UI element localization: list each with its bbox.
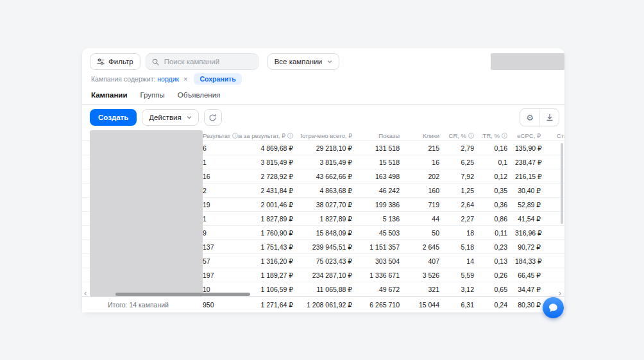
cell-cost_per_result: 3 815,49 ₽	[238, 159, 301, 166]
tab-groups[interactable]: Группы	[140, 87, 165, 104]
info-icon[interactable]: i	[468, 133, 474, 139]
cell-cr: 18	[447, 229, 482, 237]
remove-filter-icon[interactable]: ×	[183, 75, 187, 83]
cell-cr: 14	[447, 257, 482, 265]
chevron-down-icon	[187, 115, 192, 120]
cell-ecpc: 216,15 ₽	[515, 173, 548, 180]
cell-cost_per_result: 1 106,59 ₽	[238, 286, 301, 293]
cell-cr: 2,64	[447, 201, 482, 209]
chat-bubble-icon	[548, 302, 559, 313]
tab-campaigns[interactable]: Кампании	[91, 87, 128, 104]
cell-spent_total: 234 287,10 ₽	[301, 271, 360, 279]
sliders-icon	[97, 58, 105, 65]
column-header-cost_per_result[interactable]: Цена за результат, ₽i	[238, 132, 301, 139]
cell-ctr: 0,16	[482, 144, 515, 152]
download-icon	[546, 114, 554, 121]
cell-cost_per_result: 4 869,68 ₽	[238, 144, 301, 152]
cell-ecpc: 66,45 ₽	[515, 271, 548, 279]
column-header-label: CTR, %	[482, 132, 500, 139]
cell-impressions: 46 242	[360, 187, 407, 194]
actions-dropdown-label: Действия	[149, 114, 181, 121]
column-header-label: Показы	[378, 132, 400, 139]
filter-chip-prefix: Кампания содержит:	[91, 75, 155, 83]
column-header-ecpc[interactable]: eCPC, ₽	[515, 132, 548, 139]
refresh-button[interactable]	[204, 109, 222, 126]
search-box	[146, 53, 258, 70]
cell-cr: 6,25	[447, 159, 482, 166]
filter-button-label: Фильтр	[108, 58, 133, 65]
cell-ctr: 0,35	[482, 187, 515, 194]
toolbar: Фильтр Все кампании	[82, 48, 564, 70]
total-cr: 6,31	[447, 301, 482, 309]
cell-ecpc: 34,47 ₽	[515, 286, 548, 293]
table-totals-row: Итого: 14 кампаний9501 271,64 ₽1 208 061…	[82, 296, 564, 313]
save-filter-button[interactable]: Сохранить	[194, 73, 241, 85]
cell-impressions: 5 136	[360, 215, 407, 223]
column-header-impressions[interactable]: Показы	[360, 132, 407, 139]
filter-button[interactable]: Фильтр	[90, 53, 140, 70]
cell-clicks: 2 645	[407, 243, 447, 251]
action-bar: Создать Действия ⚙	[82, 105, 564, 130]
cell-spent_total: 4 863,68 ₽	[301, 187, 360, 194]
vertical-scrollbar[interactable]	[561, 143, 563, 224]
cell-clicks: 215	[407, 144, 447, 152]
column-header-label: eCPC, ₽	[517, 132, 541, 139]
search-icon	[152, 58, 159, 65]
total-ctr: 0,24	[482, 301, 515, 309]
filter-chip-value: нордик	[157, 75, 179, 83]
chevron-down-icon	[327, 59, 332, 64]
cell-cost_per_result: 1 316,20 ₽	[238, 257, 301, 265]
tab-ads[interactable]: Объявления	[178, 87, 221, 104]
cell-cost_per_result: 1 760,90 ₽	[238, 229, 301, 237]
column-header-ctr[interactable]: CTR, %i	[482, 132, 515, 139]
cell-clicks: 3 526	[407, 271, 447, 279]
cell-cr: 2,27	[447, 215, 482, 223]
export-button[interactable]	[539, 109, 559, 126]
cell-ecpc: 135,90 ₽	[515, 144, 548, 152]
cell-ecpc: 316,96 ₽	[515, 229, 548, 237]
cell-impressions: 303 504	[360, 257, 407, 265]
settings-button[interactable]: ⚙	[520, 109, 539, 126]
support-chat-button[interactable]	[543, 297, 564, 318]
create-button[interactable]: Создать	[90, 109, 137, 126]
cell-cost_per_result: 1 827,89 ₽	[238, 215, 301, 223]
totals-label: Итого: 14 кампаний	[82, 301, 194, 309]
cell-cost_per_result: 1 189,27 ₽	[238, 271, 301, 279]
info-icon[interactable]: i	[287, 133, 293, 139]
campaign-scope-dropdown[interactable]: Все кампании	[267, 53, 339, 70]
filter-chip[interactable]: Кампания содержит: нордик ×	[91, 75, 187, 83]
info-icon[interactable]: i	[232, 133, 238, 139]
total-cost_per_result: 1 271,64 ₽	[238, 301, 301, 309]
cell-ctr: 0,86	[482, 215, 515, 223]
cell-ecpc: 90,72 ₽	[515, 243, 548, 251]
column-header-label: Потрачено всего, ₽	[301, 132, 352, 139]
column-header-spent_total[interactable]: Потрачено всего, ₽	[301, 132, 360, 139]
cell-ctr: 0,11	[482, 229, 515, 237]
column-header-start[interactable]: Старт пр	[548, 132, 564, 139]
cell-clicks: 407	[407, 257, 447, 265]
redacted-campaign-names	[90, 130, 203, 296]
cell-spent_total: 239 945,51 ₽	[301, 243, 360, 251]
scroll-left-icon[interactable]: ‹	[84, 289, 87, 296]
cell-ctr: 0,26	[482, 271, 515, 279]
cell-ctr: 0,23	[482, 243, 515, 251]
info-icon[interactable]: i	[502, 133, 507, 139]
cell-impressions: 45 503	[360, 229, 407, 237]
cell-ecpc: 184,33 ₽	[515, 257, 548, 265]
campaigns-table: РезультатiЦена за результат, ₽iПотрачено…	[82, 130, 564, 296]
cell-ctr: 0,1	[482, 159, 515, 166]
search-input[interactable]	[163, 57, 252, 66]
total-spent_total: 1 208 061,92 ₽	[301, 301, 360, 309]
cell-ecpc: 41,54 ₽	[515, 215, 548, 223]
cell-cr: 2,79	[447, 144, 482, 152]
scroll-right-icon[interactable]: ›	[559, 289, 561, 296]
campaigns-panel: Фильтр Все кампании Кампания содержит: н…	[82, 48, 564, 313]
cell-cr: 5,18	[447, 243, 482, 251]
tabs: КампанииГруппыОбъявления	[82, 87, 564, 105]
column-header-clicks[interactable]: Клики	[407, 132, 447, 139]
actions-dropdown[interactable]: Действия	[142, 109, 198, 126]
horizontal-scrollbar[interactable]	[115, 293, 250, 296]
cell-spent_total: 75 023,43 ₽	[301, 257, 360, 265]
column-header-cr[interactable]: CR, %i	[447, 132, 482, 139]
cell-cr: 3,12	[447, 286, 482, 293]
